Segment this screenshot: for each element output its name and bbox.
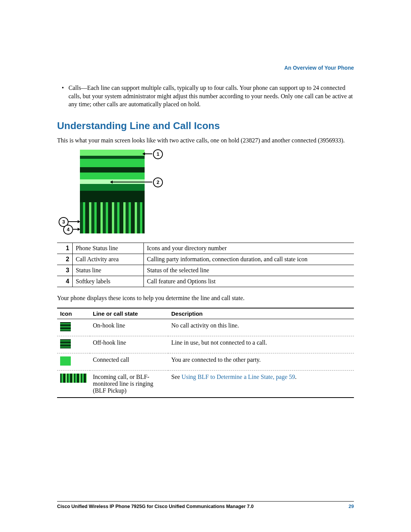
desc-text: See Using BLF to Determine a Line State,…: [168, 370, 354, 398]
table-row: On-hook line No call activity on this li…: [57, 319, 354, 336]
callout-arrow: [68, 221, 78, 222]
icon-onhook: [57, 319, 90, 336]
col-state: Line or call state: [90, 308, 168, 319]
callout-1: 1: [153, 149, 163, 159]
icons-intro: Your phone displays these icons to help …: [57, 294, 354, 302]
row-term: Phone Status line: [73, 243, 144, 254]
bullet-icon: •: [57, 84, 68, 109]
onhook-icon: [60, 322, 71, 331]
bullet-text: Calls—Each line can support multiple cal…: [68, 84, 354, 109]
row-term: Status line: [73, 265, 144, 276]
callout-arrow: [145, 153, 152, 154]
icon-incoming: [57, 370, 90, 398]
row-number: 2: [57, 254, 73, 265]
callout-arrow: [112, 182, 152, 182]
connected-icon: [60, 356, 71, 366]
desc-prefix: See: [171, 374, 182, 380]
page-number: 29: [349, 504, 354, 509]
state-text: On-hook line: [90, 319, 168, 336]
state-text: Incoming call, or BLF-monitored line is …: [90, 370, 168, 398]
row-desc: Icons and your directory number: [144, 243, 354, 254]
offhook-icon: [60, 339, 71, 348]
row-desc: Status of the selected line: [144, 265, 354, 276]
callout-2: 2: [153, 177, 163, 187]
row-number: 4: [57, 276, 73, 287]
icon-connected: [57, 353, 90, 370]
callout-arrow: [73, 229, 78, 230]
table-row: Off-hook line Line in use, but not conne…: [57, 336, 354, 353]
page-footer: Cisco Unified Wireless IP Phone 7925G fo…: [57, 501, 354, 509]
col-icon: Icon: [57, 308, 90, 319]
table-row: Incoming call, or BLF-monitored line is …: [57, 370, 354, 398]
row-number: 1: [57, 243, 73, 254]
row-term: Call Activity area: [73, 254, 144, 265]
row-number: 3: [57, 265, 73, 276]
footer-title: Cisco Unified Wireless IP Phone 7925G fo…: [57, 504, 253, 509]
callout-4: 4: [63, 225, 73, 235]
table-row: 4 Softkey labels Call feature and Option…: [57, 276, 354, 287]
state-text: Connected call: [90, 353, 168, 370]
section-heading: Understanding Line and Call Icons: [57, 120, 354, 132]
bullet-item: • Calls—Each line can support multiple c…: [57, 84, 354, 109]
desc-suffix: .: [295, 374, 296, 380]
table-header-row: Icon Line or call state Description: [57, 308, 354, 319]
icon-state-table: Icon Line or call state Description On-h…: [57, 308, 354, 398]
col-desc: Description: [168, 308, 354, 319]
row-term: Softkey labels: [73, 276, 144, 287]
document-page: An Overview of Your Phone • Calls—Each l…: [0, 0, 411, 532]
table-row: Connected call You are connected to the …: [57, 353, 354, 370]
callout-table: 1 Phone Status line Icons and your direc…: [57, 243, 354, 287]
desc-text: You are connected to the other party.: [168, 353, 354, 370]
table-row: 3 Status line Status of the selected lin…: [57, 265, 354, 276]
desc-text: Line in use, but not connected to a call…: [168, 336, 354, 353]
ringing-icon: [60, 374, 87, 383]
figure: 1 2 3 4: [57, 150, 354, 237]
state-text: Off-hook line: [90, 336, 168, 353]
intro-paragraph: This is what your main screen looks like…: [57, 136, 354, 145]
table-row: 2 Call Activity area Calling party infor…: [57, 254, 354, 265]
icon-offhook: [57, 336, 90, 353]
row-desc: Call feature and Options list: [144, 276, 354, 287]
desc-text: No call activity on this line.: [168, 319, 354, 336]
cross-reference-link[interactable]: Using BLF to Determine a Line State, pag…: [182, 374, 295, 380]
running-header: An Overview of Your Phone: [284, 65, 354, 71]
phone-screen-graphic: [80, 150, 145, 233]
table-row: 1 Phone Status line Icons and your direc…: [57, 243, 354, 254]
row-desc: Calling party information, connection du…: [144, 254, 354, 265]
